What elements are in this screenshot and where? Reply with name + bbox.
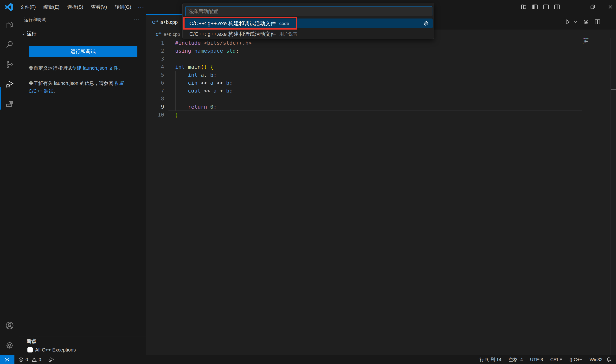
toggle-panel-icon[interactable]	[540, 0, 551, 14]
configure-debug-hint-text: 要了解有关 launch.json 的信息，请参阅 配置 C/C++ 调试。	[29, 79, 137, 95]
remote-indicator[interactable]	[0, 355, 14, 364]
text-segment: 要了解有关 launch.json 的信息，请参阅	[29, 80, 115, 86]
status-bar: 0 0 行 9, 列 14空格: 4UTF-8CRLF{} C++Win32	[0, 355, 616, 364]
split-editor-icon[interactable]	[594, 19, 601, 25]
breakpoints-header[interactable]: ⌄ 断点	[19, 337, 146, 346]
restore-button[interactable]	[587, 0, 598, 14]
menu-item-4[interactable]: 转到(G)	[111, 2, 135, 12]
code-line-1[interactable]: 1#include <bits/stdc++.h>	[146, 39, 616, 47]
more-actions-icon[interactable]: ···	[606, 19, 613, 25]
menu-item-0[interactable]: 文件(F)	[16, 2, 40, 12]
line-number[interactable]: 3	[146, 55, 164, 63]
vscode-logo-icon	[5, 3, 13, 11]
warning-icon	[31, 357, 37, 362]
code-line-6[interactable]: 6 cin >> a >> b;	[146, 79, 616, 87]
status-item-2[interactable]: UTF-8	[530, 357, 543, 362]
line-number[interactable]: 5	[146, 71, 164, 79]
active-view-indicator	[0, 87, 1, 110]
editor-actions: ···	[564, 14, 613, 29]
warning-count: 0	[39, 357, 42, 362]
menu-item-2[interactable]: 选择(S)	[63, 2, 87, 12]
code-line-2[interactable]: 2using namespace std;	[146, 47, 616, 55]
line-number[interactable]: 4	[146, 63, 164, 71]
line-number[interactable]: 9	[146, 103, 164, 111]
status-item-4[interactable]: {} C++	[569, 357, 582, 362]
problems-status[interactable]: 0 0	[18, 357, 54, 363]
run-section-header[interactable]: ⌄ 运行	[19, 29, 146, 38]
customize-layout-icon[interactable]	[518, 0, 529, 14]
quickpick-item-0[interactable]: C/C++: g++.exe 构建和调试活动文件code	[185, 18, 433, 28]
quickpick-item-label: C/C++: g++.exe 构建和调试活动文件	[189, 30, 276, 38]
text-segment: 。	[118, 65, 123, 71]
line-number[interactable]: 10	[146, 111, 164, 119]
code-line-8[interactable]: 8	[146, 95, 616, 103]
status-item-5[interactable]: Win32	[589, 357, 602, 362]
code-line-5[interactable]: 5 int a, b;	[146, 71, 616, 79]
quickpick-item-description: code	[279, 21, 289, 26]
code-area[interactable]: 1#include <bits/stdc++.h>2using namespac…	[146, 39, 616, 119]
quickpick-item-description: 用户设置	[279, 31, 297, 37]
toggle-secondary-sidebar-icon[interactable]	[551, 0, 563, 14]
text-segment: 。	[53, 88, 58, 94]
quickpick-input[interactable]: 选择启动配置	[185, 6, 432, 16]
menu-bar: 文件(F)编辑(E)选择(S)查看(V)转到(G)···	[16, 2, 147, 12]
menu-item-3[interactable]: 查看(V)	[87, 2, 111, 12]
status-item-1[interactable]: 空格: 4	[509, 357, 523, 363]
line-number[interactable]: 2	[146, 47, 164, 55]
notifications-bell-icon[interactable]	[606, 357, 612, 363]
editor-group: C++ a+b.cpp	[146, 14, 616, 355]
quickpick-item-1[interactable]: C/C++: g++.exe 构建和调试活动文件用户设置	[185, 29, 433, 39]
run-button-icon[interactable]	[564, 19, 571, 25]
line-number[interactable]: 8	[146, 95, 164, 103]
text-segment: 要自定义运行和调试	[29, 65, 72, 71]
line-number[interactable]: 1	[146, 39, 164, 47]
minimize-button[interactable]	[569, 0, 580, 14]
configure-gear-icon[interactable]	[423, 20, 429, 27]
breakpoint-item[interactable]: All C++ Exceptions	[19, 346, 146, 354]
vscode-window: 文件(F)编辑(E)选择(S)查看(V)转到(G)···	[0, 0, 616, 364]
error-count: 0	[26, 357, 28, 362]
run-dropdown-chevron-icon[interactable]	[573, 20, 577, 24]
settings-gear-icon[interactable]	[5, 341, 14, 350]
activity-bar	[0, 14, 19, 355]
code-line-9[interactable]: 9 return 0;	[146, 103, 616, 111]
cpp-file-icon: C++	[152, 20, 158, 25]
code-line-3[interactable]: 3	[146, 55, 616, 63]
overview-ruler	[610, 38, 611, 355]
minimap[interactable]	[584, 38, 612, 44]
close-button[interactable]	[605, 0, 616, 14]
run-and-debug-panel: 运行和调试 ··· ⌄ 运行 运行和调试 要自定义运行和调试创建 launch.…	[19, 14, 146, 355]
breakpoints-section: ⌄ 断点 All C++ Exceptions	[19, 337, 146, 355]
panel-more-actions-icon[interactable]: ···	[134, 17, 140, 23]
code-line-4[interactable]: 4int main() {	[146, 63, 616, 71]
menu-overflow-icon[interactable]: ···	[135, 3, 147, 11]
link[interactable]: 创建 launch.json 文件	[72, 65, 118, 71]
chevron-down-icon: ⌄	[22, 32, 25, 35]
toggle-primary-sidebar-icon[interactable]	[529, 0, 540, 14]
quickpick-item-label: C/C++: g++.exe 构建和调试活动文件	[189, 20, 276, 27]
account-icon[interactable]	[5, 321, 14, 330]
code-line-10[interactable]: 10}	[146, 111, 616, 119]
tab-a-plus-b-cpp[interactable]: C++ a+b.cpp	[146, 14, 182, 29]
launch-json-hint-text: 要自定义运行和调试创建 launch.json 文件。	[29, 64, 137, 72]
panel-title: 运行和调试	[24, 17, 46, 23]
code-line-7[interactable]: 7 cout << a + b;	[146, 87, 616, 95]
debug-settings-gear-icon[interactable]	[583, 19, 589, 25]
debug-status-icon[interactable]	[48, 357, 54, 363]
chevron-down-icon: ⌄	[22, 339, 25, 343]
menu-item-1[interactable]: 编辑(E)	[40, 2, 64, 12]
run-and-debug-button[interactable]: 运行和调试	[29, 46, 137, 57]
line-number[interactable]: 6	[146, 79, 164, 87]
window-controls	[518, 0, 616, 14]
status-item-0[interactable]: 行 9, 列 14	[480, 357, 502, 363]
search-icon[interactable]	[5, 40, 14, 49]
error-icon	[18, 357, 24, 362]
run-and-debug-icon[interactable]	[5, 79, 14, 89]
status-item-3[interactable]: CRLF	[550, 357, 562, 362]
line-number[interactable]: 7	[146, 87, 164, 95]
breakpoint-checkbox[interactable]	[28, 347, 33, 352]
explorer-icon[interactable]	[5, 20, 14, 29]
cpp-file-icon: C++	[156, 32, 161, 37]
extensions-icon[interactable]	[5, 100, 14, 109]
source-control-icon[interactable]	[5, 60, 14, 69]
